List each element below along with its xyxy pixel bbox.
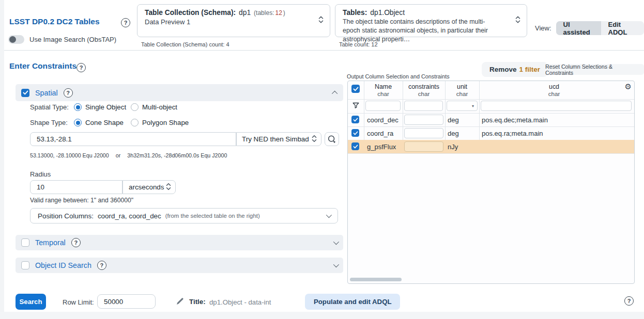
spatial-section-header[interactable]: Spatial ? — [16, 84, 343, 101]
remove-filter-prefix: Remove — [489, 66, 517, 73]
temporal-section-header[interactable]: Temporal ? — [16, 235, 343, 250]
title-help-icon[interactable]: ? — [121, 18, 130, 27]
radio-off-icon[interactable] — [131, 103, 139, 111]
row-checkbox[interactable] — [351, 142, 359, 150]
cell-unit: deg — [448, 126, 459, 140]
header-divider — [4, 50, 644, 51]
resolved-sexagesimal: 3h32m31.20s, -28d06m00.0s Equ J2000 — [127, 152, 227, 158]
row-checkbox[interactable] — [351, 116, 359, 123]
object-id-help-icon[interactable]: ? — [97, 261, 106, 270]
position-columns-label: Position Columns: — [38, 212, 94, 220]
select-all-checkbox[interactable] — [351, 85, 360, 93]
check-icon — [353, 118, 358, 122]
header-label: ucd — [549, 83, 559, 90]
spatial-help-icon[interactable]: ? — [64, 88, 73, 98]
object-id-checkbox[interactable] — [21, 261, 29, 269]
chevron-up-icon[interactable] — [332, 90, 338, 96]
spatial-type-label: Spatial Type: — [30, 103, 74, 111]
header-type: char — [377, 90, 389, 97]
resolve-search-icon — [327, 135, 336, 144]
radio-on-icon[interactable] — [74, 119, 82, 126]
chevron-updown-icon — [312, 135, 317, 144]
remove-filter-button[interactable]: Remove 1 filter — [482, 62, 548, 77]
enter-constraints-title: Enter Constraints — [9, 61, 76, 71]
cell-constraint-input[interactable] — [404, 141, 443, 152]
row-limit-input[interactable] — [97, 294, 156, 309]
view-edit-adql-button[interactable]: Edit ADQL — [601, 21, 644, 35]
chevron-down-icon[interactable] — [333, 239, 339, 245]
edit-title-pencil-icon[interactable] — [176, 297, 185, 308]
query-title-label: Title: — [189, 298, 206, 306]
resolver-select[interactable]: Try NED then Simbad — [236, 132, 321, 146]
cell-name: coord_ra — [367, 126, 393, 140]
radius-valid-range-hint: Valid range between: 1" and 360000" — [30, 197, 133, 204]
radio-single-object[interactable]: Single Object — [74, 103, 131, 111]
filter-constraints-input[interactable] — [404, 101, 443, 111]
question-glyph: ? — [124, 20, 128, 26]
temporal-help-icon[interactable]: ? — [71, 238, 81, 247]
resolver-value: Try NED then Simbad — [242, 135, 309, 143]
column-header-unit[interactable]: unit char — [445, 81, 479, 99]
tables-value: dp1.Object — [370, 9, 405, 17]
cell-name: g_psfFlux — [367, 140, 396, 153]
cell-constraint-input[interactable] — [404, 115, 443, 125]
resolve-search-button[interactable] — [325, 132, 339, 146]
radio-cone-shape[interactable]: Cone Shape — [74, 119, 131, 126]
header-label: unit — [457, 83, 467, 90]
radius-input[interactable] — [30, 180, 122, 194]
horizontal-scrollbar-thumb[interactable] — [350, 278, 402, 281]
chevron-updown-icon — [515, 16, 520, 26]
row-limit-label: Row Limit: — [63, 298, 94, 306]
radio-on-icon[interactable] — [74, 103, 82, 111]
resolved-coordinates: 53.13000, -28.10000 Equ J2000 or 3h32m31… — [30, 152, 227, 158]
populate-adql-button[interactable]: Populate and edit ADQL — [305, 294, 400, 310]
filter-unit-select[interactable]: ▾ — [447, 101, 478, 111]
constraints-help-icon[interactable]: ? — [76, 63, 86, 72]
row-divider — [348, 99, 634, 100]
filter-funnel-icon[interactable] — [352, 102, 360, 111]
position-columns-note: (from the selected table on the right) — [165, 213, 260, 219]
coordinates-input[interactable] — [30, 132, 236, 146]
radio-off-icon[interactable] — [131, 119, 139, 126]
radius-unit-value: arcseconds — [129, 183, 164, 191]
resolved-or: or — [116, 152, 121, 158]
chevron-updown-icon — [166, 183, 171, 192]
radio-multi-object[interactable]: Multi-object — [131, 103, 177, 111]
radius-unit-select[interactable]: arcseconds — [122, 180, 176, 194]
column-header-ucd[interactable]: ucd char — [479, 81, 629, 99]
row-divider — [348, 153, 634, 154]
row-checkbox[interactable] — [351, 129, 359, 137]
filter-name-input[interactable] — [365, 101, 401, 111]
radio-polygon-shape[interactable]: Polygon Shape — [131, 119, 189, 126]
temporal-section-label: Temporal — [35, 238, 66, 247]
view-switch-row: View: UI assisted Edit ADQL — [535, 21, 644, 35]
check-icon — [353, 87, 359, 91]
header-type: char — [456, 90, 468, 97]
table-select[interactable]: Tables: dp1.Object The object table cont… — [335, 4, 527, 37]
object-id-section-header[interactable]: Object ID Search ? — [16, 258, 343, 273]
column-header-name[interactable]: Name char — [364, 81, 403, 99]
object-id-section-label: Object ID Search — [35, 261, 91, 269]
search-button[interactable]: Search — [16, 294, 46, 310]
query-title-value: dp1.Object - data-int — [209, 298, 271, 306]
footer-help-icon[interactable]: ? — [624, 296, 634, 306]
shape-type-label: Shape Type: — [30, 119, 74, 126]
cell-constraint-input[interactable] — [404, 128, 443, 138]
schema-selected-name: Data Preview 1 — [145, 18, 323, 26]
caret-down-icon: ▾ — [472, 104, 474, 108]
table-options-gear-icon[interactable]: ⚙ — [625, 83, 632, 90]
position-columns-value: coord_ra, coord_dec — [98, 212, 161, 220]
view-ui-assisted-button[interactable]: UI assisted — [556, 21, 601, 35]
toggle-knob-icon — [9, 36, 16, 43]
reset-columns-button[interactable]: Reset Column Selections & Constraints — [541, 64, 644, 75]
column-header-constraints[interactable]: constraints char — [403, 81, 445, 99]
temporal-checkbox[interactable] — [21, 238, 29, 247]
spatial-checkbox[interactable] — [21, 89, 29, 97]
view-toggle-group: UI assisted Edit ADQL — [556, 21, 644, 35]
table-select-line1: Tables: dp1.Object — [343, 9, 519, 17]
filter-ucd-input[interactable] — [481, 101, 632, 111]
chevron-down-icon[interactable] — [333, 262, 339, 267]
schema-select[interactable]: Table Collection (Schema): dp1 (tables:1… — [137, 4, 330, 37]
position-columns-select[interactable]: Position Columns: coord_ra, coord_dec (f… — [30, 208, 338, 224]
image-search-toggle[interactable] — [8, 35, 24, 44]
